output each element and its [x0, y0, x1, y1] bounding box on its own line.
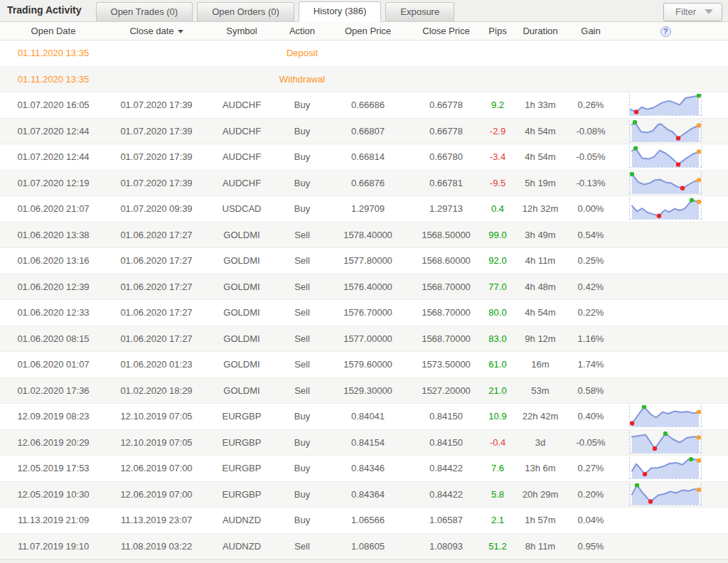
- action-cell: Withdrawal: [277, 74, 327, 85]
- open-price-cell: 1576.70000: [327, 307, 409, 318]
- pips-cell: 0.4: [483, 203, 512, 214]
- close-date-cell: 11.08.2019 03:22: [107, 541, 206, 552]
- history-table-body: 01.11.2020 13:35 Deposit 01.11.2020 13:3…: [0, 41, 728, 559]
- close-price-cell: 0.66780: [409, 151, 483, 162]
- close-date-cell: 01.07.2020 17:39: [107, 151, 206, 162]
- orange-dot-icon: [697, 149, 701, 154]
- close-date-cell: 01.07.2020 17:39: [107, 126, 206, 136]
- sort-desc-caret-icon: [178, 30, 183, 33]
- column-header-label: Gain: [581, 26, 600, 36]
- orange-dot-icon: [697, 410, 701, 414]
- duration-cell: 5h 19m: [512, 178, 569, 188]
- dropdown-caret-icon: [705, 9, 713, 14]
- symbol-link[interactable]: EURGBP: [223, 411, 262, 422]
- duration-cell: 12h 32m: [512, 203, 569, 214]
- help-icon[interactable]: ?: [660, 26, 671, 37]
- open-price-cell: 1577.00000: [327, 333, 409, 344]
- orange-dot-icon: [697, 435, 701, 439]
- sparkline-chart: [629, 94, 702, 116]
- action-cell: Buy: [277, 100, 327, 110]
- symbol-cell: GOLDMI: [206, 230, 277, 240]
- symbol-link[interactable]: AUDNZD: [223, 515, 261, 525]
- chart-cell: [629, 120, 702, 142]
- symbol-link[interactable]: USDCAD: [223, 203, 262, 214]
- symbol-link[interactable]: AUDCHF: [223, 126, 261, 136]
- pips-cell: -9.5: [483, 178, 512, 188]
- column-header-action[interactable]: Action: [277, 26, 327, 36]
- symbol-link[interactable]: AUDCHF: [223, 178, 261, 188]
- symbol-link[interactable]: EURGBP: [223, 437, 262, 448]
- open-price-cell: 0.66876: [327, 178, 409, 188]
- red-dot-icon: [676, 162, 680, 166]
- column-header-symbol[interactable]: Symbol: [206, 26, 277, 36]
- close-price-cell: 1568.50000: [409, 230, 483, 240]
- table-row: 01.11.2020 13:35 Withdrawal: [0, 67, 728, 93]
- column-header-duration[interactable]: Duration: [512, 26, 569, 36]
- table-row: 01.06.2020 08:15 01.06.2020 17:27 GOLDMI…: [0, 326, 728, 353]
- gain-cell: 0.22%: [569, 307, 613, 318]
- gain-cell: 1.74%: [569, 359, 613, 370]
- symbol-cell: AUDCHF: [206, 178, 277, 188]
- column-header-open-price[interactable]: Open Price: [327, 26, 409, 36]
- tab-bar: Trading Activity Open Trades (0)Open Ord…: [0, 0, 728, 22]
- filter-button[interactable]: Filter: [663, 3, 722, 21]
- tab-open-trades-0[interactable]: Open Trades (0): [96, 2, 193, 21]
- pips-cell: 51.2: [483, 541, 512, 552]
- gain-cell: -0.05%: [569, 151, 613, 162]
- open-price-cell: 1576.40000: [327, 282, 409, 292]
- sparkline-chart: [629, 146, 702, 168]
- open-date-cell: 12.05.2019 17:53: [0, 463, 107, 473]
- sparkline-svg: [630, 198, 701, 219]
- symbol-cell: GOLDMI: [206, 385, 277, 396]
- tab-history-386[interactable]: History (386): [299, 1, 381, 22]
- table-row: 01.07.2020 12:44 01.07.2020 17:39 AUDCHF…: [0, 119, 728, 145]
- action-cell: Sell: [277, 541, 327, 552]
- action-cell: Sell: [277, 255, 327, 266]
- duration-cell: 13h 6m: [512, 463, 569, 473]
- column-header-pips[interactable]: Pips: [483, 26, 512, 36]
- open-price-cell: 0.84041: [327, 411, 409, 422]
- table-row: 12.09.2019 08:23 12.10.2019 07:05 EURGBP…: [0, 404, 728, 430]
- chart-cell: [629, 94, 702, 116]
- open-date-cell: 01.02.2020 17:36: [0, 385, 107, 396]
- chart-cell: [629, 457, 702, 479]
- table-row: 12.05.2019 17:53 12.06.2019 07:00 EURGBP…: [0, 456, 728, 482]
- column-header-gain[interactable]: Gain: [569, 26, 613, 36]
- symbol-label: GOLDMI: [223, 359, 259, 370]
- symbol-cell: AUDCHF: [206, 126, 277, 136]
- pips-cell: 83.0: [483, 333, 512, 344]
- symbol-link[interactable]: AUDNZD: [223, 541, 261, 552]
- close-price-cell: 1573.50000: [409, 359, 483, 370]
- tab-exposure[interactable]: Exposure: [385, 2, 454, 21]
- column-header-close-price[interactable]: Close Price: [409, 26, 483, 36]
- tab-open-orders-0[interactable]: Open Orders (0): [197, 2, 294, 21]
- pips-cell: 7.6: [483, 463, 512, 473]
- gain-cell: 0.00%: [569, 203, 613, 214]
- column-header-open-date[interactable]: Open Date: [0, 26, 107, 36]
- open-price-cell: 0.84154: [327, 437, 409, 448]
- action-cell: Sell: [277, 230, 327, 240]
- symbol-cell: GOLDMI: [206, 359, 277, 370]
- symbol-link[interactable]: AUDCHF: [223, 100, 261, 110]
- close-date-cell: 01.06.2020 17:27: [107, 230, 206, 240]
- action-cell: Buy: [277, 489, 327, 500]
- table-row: 01.06.2020 13:38 01.06.2020 17:27 GOLDMI…: [0, 222, 728, 249]
- symbol-label: GOLDMI: [223, 282, 259, 292]
- symbol-link[interactable]: EURGBP: [223, 463, 262, 473]
- pips-cell: 77.0: [483, 282, 512, 292]
- sparkline-chart: [629, 120, 702, 142]
- open-date-cell: 01.07.2020 16:05: [0, 100, 107, 110]
- chart-cell: [629, 198, 702, 220]
- pips-cell: 21.0: [483, 385, 512, 396]
- symbol-link[interactable]: AUDCHF: [223, 151, 261, 162]
- action-cell: Buy: [277, 515, 327, 525]
- pips-cell: 5.8: [483, 489, 512, 500]
- column-header-close-date[interactable]: Close date: [107, 26, 206, 36]
- symbol-label: GOLDMI: [223, 385, 259, 396]
- symbol-cell: AUDCHF: [206, 151, 277, 162]
- symbol-link[interactable]: EURGBP: [223, 489, 262, 500]
- column-header-label: Symbol: [226, 26, 257, 36]
- orange-dot-icon: [697, 178, 701, 182]
- action-cell: Buy: [277, 203, 327, 214]
- open-price-cell: 1.29709: [327, 203, 409, 214]
